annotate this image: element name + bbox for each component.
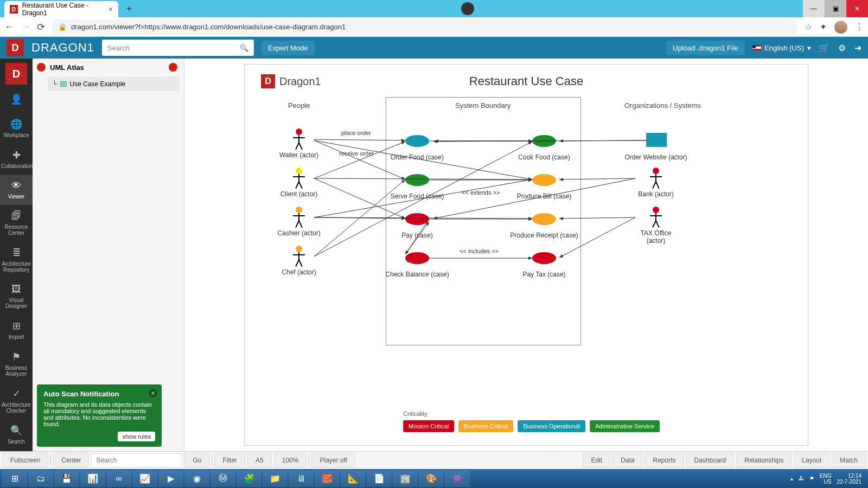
a5-button[interactable]: A5 [247, 453, 272, 468]
player-button[interactable]: Player off [311, 453, 355, 468]
url-field[interactable]: 🔒 dragon1.com/viewer?f=https://www.drago… [52, 20, 798, 35]
actor-cashier[interactable]: Cashier (actor) [277, 207, 321, 237]
tray-net-icon[interactable]: 🖧 [799, 476, 804, 481]
taskbar-app8[interactable]: 🏢 [393, 471, 418, 487]
actor-tax[interactable]: TAX Office (actor) [634, 207, 678, 245]
bottom-search-input[interactable] [91, 453, 182, 467]
nav-biz-analyzer[interactable]: ⚑Business Analyzer [0, 345, 33, 382]
nav-collaboration[interactable]: ✚Collaboration [0, 144, 33, 175]
diagram-canvas[interactable]: DDragon1 Restaurant Use Case People Syst… [244, 64, 808, 446]
gear-icon[interactable]: ⚙ [838, 43, 846, 53]
case-cook[interactable] [532, 135, 556, 147]
edge-includes: << includes >> [459, 248, 499, 254]
dashboard-button[interactable]: Dashboard [686, 453, 735, 468]
new-tab-button[interactable]: + [122, 1, 137, 16]
tray-up-icon[interactable]: ▴ [790, 476, 793, 481]
nav-resource-center[interactable]: 🗐Resource Center [0, 205, 33, 241]
legend-title: Criticality [403, 410, 660, 417]
taskbar-mwb[interactable]: Ⓜ [210, 471, 235, 487]
tree-pane: UML Atlas └ Use Case Example × Auto Scan… [33, 59, 184, 451]
cart-icon[interactable]: 🛒 [819, 43, 829, 53]
filter-button[interactable]: Filter [214, 453, 245, 468]
actor-website[interactable] [646, 133, 667, 147]
taskbar-app2[interactable]: ∞ [106, 471, 131, 487]
tree-item[interactable]: └ Use Case Example [48, 77, 180, 91]
taskbar-pdf[interactable]: 📄 [367, 471, 392, 487]
tree-root[interactable]: UML Atlas [37, 63, 180, 72]
browser-tab[interactable]: D Restaurant Use Case - Dragon1 × [4, 1, 118, 17]
search-icon[interactable]: 🔍 [240, 44, 248, 52]
profile-avatar[interactable] [834, 21, 847, 34]
search-placeholder: Search [107, 44, 130, 52]
actor-bank[interactable]: Bank (actor) [634, 168, 678, 198]
chrome-account-icon[interactable] [461, 2, 474, 15]
taskbar-app4[interactable]: 🧩 [237, 471, 261, 487]
reports-button[interactable]: Reports [644, 453, 684, 468]
nav-back-icon[interactable]: ← [4, 21, 14, 33]
taskbar-app7[interactable]: 📐 [341, 471, 366, 487]
window-max-button[interactable]: ▣ [825, 0, 846, 17]
window-close-button[interactable]: ✕ [846, 0, 868, 17]
nav-import[interactable]: ⊞Import [0, 314, 33, 345]
taskbar-explorer[interactable]: 🗂 [28, 471, 53, 487]
taskbar-app1[interactable]: 📊 [80, 471, 105, 487]
nav-fwd-icon[interactable]: → [21, 21, 30, 33]
nav-profile[interactable]: 👤 [0, 88, 33, 113]
taskbar-app9[interactable]: 👾 [445, 471, 470, 487]
actor-waiter[interactable]: Waiter (actor) [277, 129, 321, 159]
star-icon[interactable]: ☆ [805, 22, 812, 32]
match-button[interactable]: Match [832, 453, 866, 468]
case-bill[interactable] [532, 174, 556, 186]
zoom-label[interactable]: 100% [274, 453, 307, 468]
address-bar: ← → ⟳ 🔒 dragon1.com/viewer?f=https://www… [0, 17, 868, 37]
edit-button[interactable]: Edit [583, 453, 610, 468]
language-selector[interactable]: English (US) ▾ [752, 44, 811, 52]
notification-close-icon[interactable]: × [149, 389, 157, 397]
window-min-button[interactable]: — [803, 0, 825, 17]
nav-arch-checker[interactable]: ✓Architecture Checker [0, 382, 33, 419]
taskbar-chrome[interactable]: ◉ [184, 471, 209, 487]
logout-icon[interactable]: ➜ [854, 43, 861, 53]
taskbar-folder[interactable]: 📁 [263, 471, 288, 487]
tab-title: Restaurant Use Case - Dragon1 [22, 2, 108, 17]
case-balance[interactable] [405, 252, 429, 264]
tray-flag-icon[interactable]: ⚑ [809, 476, 814, 481]
nav-search[interactable]: 🔍Search [0, 419, 33, 450]
kebab-icon[interactable]: ⋮ [855, 22, 864, 32]
taskbar-paint[interactable]: 🎨 [419, 471, 444, 487]
case-tax[interactable] [532, 252, 556, 264]
upload-button[interactable]: Upload .dragon1 File [666, 41, 745, 55]
fullscreen-button[interactable]: Fullscreen [2, 453, 48, 468]
tab-close-icon[interactable]: × [108, 5, 113, 14]
col-people: People [288, 101, 310, 110]
show-rules-button[interactable]: show rules [118, 432, 155, 441]
search-input[interactable]: Search 🔍 [102, 40, 254, 56]
nav-visual-designer[interactable]: 🖼Visual Designer [0, 278, 33, 314]
taskbar-app5[interactable]: 🖥 [289, 471, 314, 487]
case-order[interactable] [405, 135, 429, 147]
relationships-button[interactable]: Relationships [736, 453, 792, 468]
nav-arch-repo[interactable]: ≣Architecture Repository [0, 241, 33, 278]
extensions-icon[interactable]: ✦ [820, 22, 827, 32]
data-button[interactable]: Data [612, 453, 642, 468]
layout-button[interactable]: Layout [794, 453, 829, 468]
nav-workplace[interactable]: 🌐Workplace [0, 113, 33, 144]
taskbar-save[interactable]: 💾 [54, 471, 79, 487]
actor-client[interactable]: Client (actor) [277, 168, 321, 198]
actor-chef[interactable]: Chef (actor) [277, 246, 321, 276]
taskbar-app3[interactable]: 📈 [132, 471, 157, 487]
case-pay[interactable] [405, 213, 429, 225]
nav-viewer[interactable]: 👁Viewer [0, 175, 33, 205]
start-button[interactable]: ⊞ [2, 471, 27, 487]
center-button[interactable]: Center [53, 453, 89, 468]
taskbar-app6[interactable]: 🧱 [315, 471, 340, 487]
taskbar-ps[interactable]: ▶ [158, 471, 183, 487]
case-serve[interactable] [405, 174, 429, 186]
case-receipt[interactable] [532, 213, 556, 225]
nav-logo[interactable]: D [5, 63, 27, 85]
app-logo[interactable]: D [7, 39, 24, 56]
expert-mode-button[interactable]: Expert Mode [261, 41, 315, 55]
tree-item-label: Use Case Example [70, 80, 126, 88]
nav-reload-icon[interactable]: ⟳ [37, 21, 45, 33]
go-button[interactable]: Go [184, 453, 209, 468]
